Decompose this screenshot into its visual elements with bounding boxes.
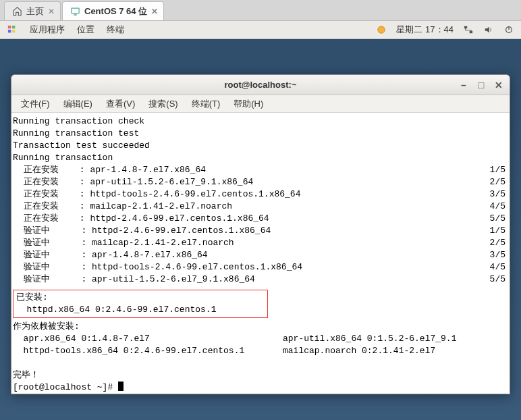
done-line: 完毕！ <box>13 369 505 382</box>
output-line: 验证中 : apr-util-1.5.2-6.el7_9.1.x86_645/5 <box>13 273 505 286</box>
gnome-apps-menu[interactable]: 应用程序 <box>30 24 65 36</box>
activities-icon[interactable] <box>7 24 18 35</box>
output-line <box>13 357 505 369</box>
close-button[interactable]: ✕ <box>492 80 505 90</box>
host-tab-home-label: 主页 <box>26 5 44 18</box>
deps-line: apr.x86_64 0:1.4.8-7.el7apr-util.x86_64 … <box>13 333 505 345</box>
svg-point-5 <box>378 26 385 34</box>
output-line: Running transaction <box>13 152 505 164</box>
maximize-button[interactable]: □ <box>474 80 488 90</box>
terminal-window: root@localhost:~ – □ ✕ 文件(F) 编辑(E) 查看(V)… <box>11 74 510 394</box>
deps-line: httpd-tools.x86_64 0:2.4.6-99.el7.centos… <box>13 345 505 357</box>
terminal-titlebar[interactable]: root@localhost:~ – □ ✕ <box>11 75 510 95</box>
output-line: 正在安装 : mailcap-2.1.41-2.el7.noarch4/5 <box>13 201 505 213</box>
menu-file[interactable]: 文件(F) <box>16 97 55 111</box>
output-line: 正在安装 : apr-1.4.8-7.el7.x86_641/5 <box>13 164 505 176</box>
vm-icon <box>70 6 80 17</box>
network-icon[interactable] <box>463 24 474 35</box>
volume-icon[interactable] <box>483 24 494 35</box>
menu-edit[interactable]: 编辑(E) <box>58 97 98 111</box>
host-tab-home[interactable]: 主页 ✕ <box>4 1 61 20</box>
prompt-line: [root@localhost ~]# <box>13 382 505 394</box>
power-icon[interactable] <box>503 24 514 35</box>
svg-rect-0 <box>71 8 78 14</box>
svg-rect-3 <box>8 30 11 32</box>
terminal-body[interactable]: Running transaction check Running transa… <box>11 113 510 394</box>
output-line: Running transaction check <box>13 115 505 128</box>
gnome-places-menu[interactable]: 位置 <box>77 24 94 36</box>
output-line: 正在安装 : httpd-2.4.6-99.el7.centos.1.x86_6… <box>13 213 505 225</box>
menu-help[interactable]: 帮助(H) <box>228 97 269 111</box>
svg-rect-1 <box>8 26 11 28</box>
host-tab-vm-label: CentOS 7 64 位 <box>84 5 147 18</box>
installed-highlight: 已安装: httpd.x86_64 0:2.4.6-99.el7.centos.… <box>13 290 268 318</box>
close-icon[interactable]: ✕ <box>151 7 158 16</box>
svg-rect-2 <box>12 26 15 28</box>
desktop: root@localhost:~ – □ ✕ 文件(F) 编辑(E) 查看(V)… <box>0 39 521 420</box>
minimize-button[interactable]: – <box>457 80 470 90</box>
deps-header: 作为依赖被安装: <box>13 321 505 333</box>
output-line: 验证中 : apr-1.4.8-7.el7.x86_643/5 <box>13 249 505 261</box>
gnome-terminal-menu[interactable]: 终端 <box>107 24 124 36</box>
terminal-menubar: 文件(F) 编辑(E) 查看(V) 搜索(S) 终端(T) 帮助(H) <box>11 95 510 113</box>
svg-rect-4 <box>12 30 15 32</box>
gnome-clock[interactable]: 星期二 17：44 <box>396 24 454 36</box>
notification-icon[interactable] <box>376 24 387 35</box>
menu-view[interactable]: 查看(V) <box>101 97 140 111</box>
menu-terminal[interactable]: 终端(T) <box>186 97 226 111</box>
output-line: 验证中 : mailcap-2.1.41-2.el7.noarch2/5 <box>13 237 505 249</box>
output-line: Running transaction test <box>13 128 505 140</box>
output-line: 正在安装 : apr-util-1.5.2-6.el7_9.1.x86_642/… <box>13 176 505 188</box>
output-line: 验证中 : httpd-tools-2.4.6-99.el7.centos.1.… <box>13 261 505 273</box>
svg-rect-6 <box>464 26 467 29</box>
cursor-icon <box>118 382 124 391</box>
output-line: 验证中 : httpd-2.4.6-99.el7.centos.1.x86_64… <box>13 225 505 237</box>
home-icon <box>11 6 22 17</box>
terminal-title: root@localhost:~ <box>11 80 510 90</box>
installed-header: 已安装: <box>16 292 265 304</box>
host-tab-bar: 主页 ✕ CentOS 7 64 位 ✕ <box>0 0 521 21</box>
gnome-top-bar: 应用程序 位置 终端 星期二 17：44 <box>0 21 521 39</box>
output-line: 正在安装 : httpd-tools-2.4.6-99.el7.centos.1… <box>13 188 505 201</box>
output-line: Transaction test succeeded <box>13 140 505 152</box>
host-tab-vm[interactable]: CentOS 7 64 位 ✕ <box>62 1 164 20</box>
close-icon[interactable]: ✕ <box>48 7 55 16</box>
menu-search[interactable]: 搜索(S) <box>143 97 183 111</box>
installed-package: httpd.x86_64 0:2.4.6-99.el7.centos.1 <box>16 304 265 316</box>
svg-rect-7 <box>470 31 472 34</box>
